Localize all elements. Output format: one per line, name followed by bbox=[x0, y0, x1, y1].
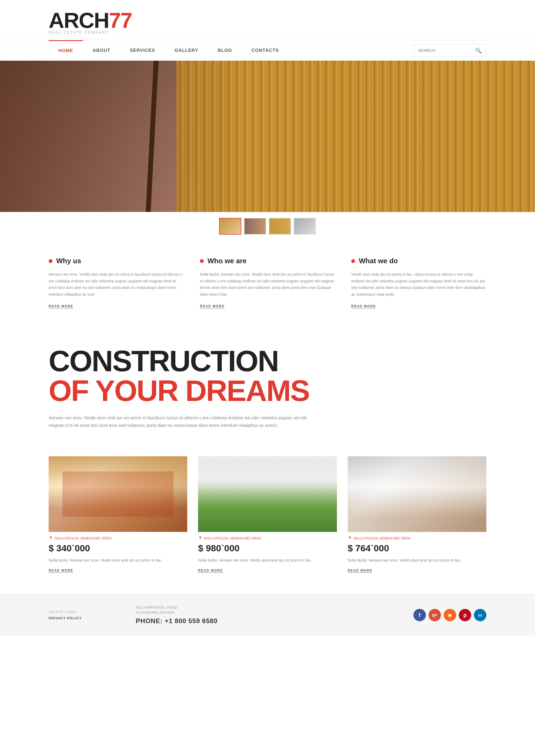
listing-3: 📍 NULLA FACILISI, AENEAN NEC EROS $ 764`… bbox=[348, 456, 486, 573]
search-input[interactable] bbox=[418, 48, 472, 53]
listing-1-image bbox=[49, 456, 187, 532]
header: ARCH 77 REAL ESTATE COMPANY bbox=[0, 0, 535, 40]
listing-3-desc: Nulla faclisi. Aenean nec eros. Vestib u… bbox=[348, 557, 486, 563]
logo-subtitle: REAL ESTATE COMPANY bbox=[49, 30, 109, 35]
promo-section: CONSTRUCTION OF YOUR DREAMS Aenean nec e… bbox=[0, 330, 535, 446]
listing-2-readmore[interactable]: READ MORE bbox=[198, 569, 223, 573]
footer-privacy[interactable]: PRIVACY POLICY bbox=[49, 616, 82, 620]
listing-1-readmore[interactable]: READ MORE bbox=[49, 569, 73, 573]
logo-number: 77 bbox=[109, 8, 132, 33]
search-box[interactable]: 🔍 bbox=[414, 44, 486, 57]
phone-number: +1 800 559 6580 bbox=[165, 617, 218, 625]
feature-who-we-are: Who we are Nulla faclisi. Aenean nec ero… bbox=[200, 257, 335, 308]
feature-what-title: What we do bbox=[351, 257, 486, 265]
phone-label: PHONE: bbox=[136, 617, 163, 625]
listing-1: 📍 NULLA FACILISI, AENEAN NEC EROS $ 340`… bbox=[49, 456, 187, 573]
listing-2-location: 📍 NULLA FACILISI, AENEAN NEC EROS bbox=[198, 536, 337, 540]
social-facebook[interactable]: f bbox=[413, 609, 426, 621]
listing-2-desc: Nulla faclisi. Aenean nec eros. Vestib u… bbox=[198, 557, 337, 563]
nav-home[interactable]: HOME bbox=[49, 40, 83, 61]
listing-1-desc: Nulla faclisi. Aenean nec eros. Vestib u… bbox=[49, 557, 187, 563]
listing-3-price: $ 764`000 bbox=[348, 543, 486, 554]
footer-left: ARCH 77 © 2014 PRIVACY POLICY bbox=[49, 610, 82, 620]
nav-gallery[interactable]: GALLERY bbox=[165, 41, 208, 60]
logo-arch: ARCH bbox=[49, 8, 109, 33]
dot-what bbox=[351, 259, 355, 263]
thumb-2[interactable] bbox=[244, 218, 266, 235]
search-icon[interactable]: 🔍 bbox=[475, 47, 482, 54]
dot-why-us bbox=[49, 259, 52, 263]
social-linkedin[interactable]: in bbox=[474, 609, 486, 621]
thumb-4[interactable] bbox=[294, 218, 316, 235]
listing-3-image bbox=[348, 456, 486, 532]
nav-blog[interactable]: BLOG bbox=[208, 41, 242, 60]
listing-2: 📍 NULLA FACILISI, AENEAN NEC EROS $ 980`… bbox=[198, 456, 337, 573]
feature-what-text: Vestib ulum ante ips um prims in fau. ci… bbox=[351, 271, 486, 298]
listing-3-location: 📍 NULLA FACILISI, AENEAN NEC EROS bbox=[348, 536, 486, 540]
social-rss[interactable]: ◉ bbox=[444, 609, 456, 621]
footer-copyright: ARCH 77 © 2014 bbox=[49, 610, 82, 614]
listing-2-image bbox=[198, 456, 337, 532]
dot-who bbox=[200, 259, 204, 263]
social-pinterest[interactable]: p bbox=[459, 609, 471, 621]
feature-who-title: Who we are bbox=[200, 257, 335, 265]
feature-who-readmore[interactable]: READ MORE bbox=[200, 304, 225, 308]
feature-what-we-do: What we do Vestib ulum ante ips um prims… bbox=[351, 257, 486, 308]
nav-services[interactable]: SERVICES bbox=[120, 41, 165, 60]
footer-address-2: GLASSBORO, 056 9924 bbox=[136, 610, 218, 614]
logo[interactable]: ARCH 77 bbox=[49, 8, 132, 33]
promo-title-2: OF YOUR DREAMS bbox=[49, 376, 486, 406]
thumbnails bbox=[0, 212, 535, 241]
promo-title-1: CONSTRUCTION bbox=[49, 346, 486, 376]
footer-phone: PHONE: +1 800 559 6580 bbox=[136, 617, 218, 625]
feature-who-text: Nulla faclisi. Aenean nec eros. Vestib u… bbox=[200, 271, 335, 298]
nav-about[interactable]: ABOUT bbox=[83, 41, 120, 60]
footer-center: 4521 MARYKNOLL ROAD, GLASSBORO, 056 9924… bbox=[136, 605, 218, 625]
hero-section bbox=[0, 61, 535, 212]
promo-text: Aenean nec eros. Vestib ulum ante ips um… bbox=[49, 414, 313, 429]
listing-3-readmore[interactable]: READ MORE bbox=[348, 569, 372, 573]
footer: ARCH 77 © 2014 PRIVACY POLICY 4521 MARYK… bbox=[0, 594, 535, 635]
listing-1-price: $ 340`000 bbox=[49, 543, 187, 554]
footer-address-1: 4521 MARYKNOLL ROAD, bbox=[136, 605, 218, 609]
thumb-1[interactable] bbox=[219, 218, 241, 235]
feature-why-us-readmore[interactable]: READ MORE bbox=[49, 304, 73, 308]
location-pin-icon-1: 📍 bbox=[49, 536, 53, 540]
feature-why-us-title: Why us bbox=[49, 257, 184, 265]
thumb-3[interactable] bbox=[269, 218, 291, 235]
navigation: HOME ABOUT SERVICES GALLERY BLOG CONTACT… bbox=[0, 40, 535, 61]
listings-section: 📍 NULLA FACILISI, AENEAN NEC EROS $ 340`… bbox=[0, 446, 535, 594]
feature-why-us-text: Aenean nec eros. Vestib ulum ante ips um… bbox=[49, 271, 184, 298]
features-section: Why us Aenean nec eros. Vestib ulum ante… bbox=[0, 241, 535, 330]
social-google-plus[interactable]: g+ bbox=[429, 609, 441, 621]
location-pin-icon-2: 📍 bbox=[198, 536, 202, 540]
feature-what-readmore[interactable]: READ MORE bbox=[351, 304, 376, 308]
listing-2-price: $ 980`000 bbox=[198, 543, 337, 554]
footer-social: f g+ ◉ p in bbox=[413, 609, 486, 621]
hero-gradient bbox=[0, 61, 241, 212]
listing-1-location: 📍 NULLA FACILISI, AENEAN NEC EROS bbox=[49, 536, 187, 540]
location-pin-icon-3: 📍 bbox=[348, 536, 352, 540]
nav-contacts[interactable]: CONTACTS bbox=[242, 41, 289, 60]
feature-why-us: Why us Aenean nec eros. Vestib ulum ante… bbox=[49, 257, 184, 308]
